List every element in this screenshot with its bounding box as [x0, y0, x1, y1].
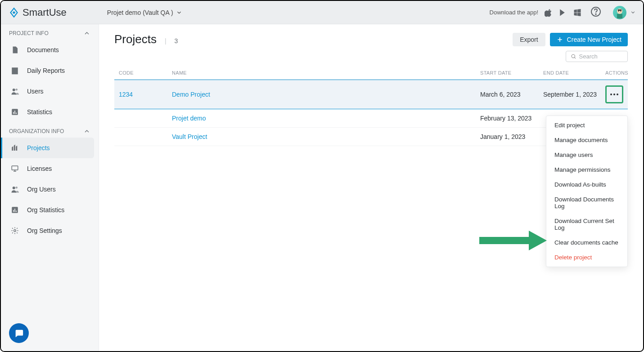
sidebar-item-org-settings[interactable]: Org Settings — [1, 220, 99, 241]
sidebar-item-daily-reports[interactable]: Daily Reports — [1, 60, 99, 81]
dropdown-clear-cache[interactable]: Clear documents cache — [546, 235, 627, 250]
sidebar-item-statistics[interactable]: Statistics — [1, 102, 99, 122]
project-switcher[interactable]: Projet demo (Vault QA ) — [107, 9, 182, 16]
chat-icon — [14, 328, 24, 338]
dropdown-manage-permissions[interactable]: Manage permissions — [546, 162, 627, 177]
sidebar-item-documents[interactable]: Documents — [1, 40, 99, 60]
svg-point-6 — [621, 11, 621, 12]
sidebar-item-label: Projects — [27, 144, 50, 151]
sidebar-item-label: Licenses — [27, 165, 52, 172]
avatar — [613, 6, 626, 19]
search-input[interactable] — [579, 53, 623, 60]
svg-rect-14 — [14, 111, 15, 114]
sidebar-item-org-statistics[interactable]: Org Statistics — [1, 200, 99, 220]
search-box[interactable] — [566, 51, 628, 62]
dropdown-manage-users[interactable]: Manage users — [546, 147, 627, 162]
dropdown-download-set-log[interactable]: Download Current Set Log — [546, 214, 627, 235]
dropdown-download-docs-log[interactable]: Download Documents Log — [546, 192, 627, 214]
svg-rect-3 — [617, 14, 622, 18]
page-title: Projects — [114, 32, 157, 46]
svg-point-11 — [16, 89, 18, 91]
svg-point-1 — [595, 13, 596, 14]
sidebar-item-label: Documents — [27, 46, 59, 53]
app-logo[interactable]: SmartUse — [8, 7, 67, 18]
users-icon — [11, 87, 19, 95]
project-switcher-label: Projet demo (Vault QA ) — [107, 9, 173, 16]
project-count: 3 — [175, 37, 178, 45]
cell-name[interactable]: Projet demo — [172, 115, 480, 122]
table-row[interactable]: 1234 Demo Project March 6, 2023 Septembe… — [114, 80, 628, 109]
sidebar-item-licenses[interactable]: Licenses — [1, 158, 99, 179]
app-name: SmartUse — [23, 7, 67, 18]
logo-icon — [8, 7, 20, 18]
svg-point-18 — [16, 187, 18, 189]
platform-icons — [545, 8, 581, 17]
chat-support-button[interactable] — [9, 323, 29, 343]
sidebar-item-label: Statistics — [27, 108, 52, 116]
row-actions-button[interactable] — [605, 85, 623, 103]
help-button[interactable] — [590, 6, 601, 19]
svg-rect-13 — [13, 112, 14, 114]
svg-point-10 — [13, 89, 15, 91]
main-content: Projects | 3 Export Create New Project C… — [99, 24, 643, 351]
sidebar-item-label: Org Statistics — [27, 206, 64, 214]
dropdown-delete-project[interactable]: Delete project — [546, 250, 627, 265]
svg-rect-21 — [14, 209, 15, 212]
chart-icon — [11, 206, 19, 214]
sidebar-item-projects[interactable]: Projects — [1, 138, 94, 158]
svg-point-23 — [14, 230, 16, 232]
chevron-up-icon — [83, 128, 90, 135]
section-label: PROJECT INFO — [9, 30, 49, 36]
svg-rect-25 — [479, 237, 529, 244]
th-code[interactable]: CODE — [114, 70, 172, 76]
cell-actions — [605, 85, 628, 103]
cell-start-date: January 1, 2023 — [480, 133, 543, 140]
sidebar-item-label: Org Settings — [27, 227, 62, 234]
windows-icon[interactable] — [573, 9, 581, 17]
annotation-arrow-icon — [479, 231, 547, 250]
google-play-icon[interactable] — [559, 8, 567, 17]
cell-name[interactable]: Vault Project — [172, 133, 480, 140]
th-actions: ACTIONS — [605, 70, 628, 76]
help-icon — [590, 6, 601, 17]
sidebar-section-organization-info[interactable]: ORGANIZATION INFO — [1, 125, 99, 138]
svg-rect-15 — [16, 113, 17, 114]
cell-start-date: February 13, 2023 — [480, 115, 543, 122]
sidebar: PROJECT INFO Documents Daily Reports Use… — [1, 24, 99, 351]
users-icon — [11, 185, 19, 193]
sidebar-item-label: Org Users — [27, 186, 56, 193]
th-name[interactable]: NAME — [172, 70, 480, 76]
monitor-icon — [11, 165, 19, 173]
create-project-button[interactable]: Create New Project — [550, 33, 628, 46]
section-label: ORGANIZATION INFO — [9, 128, 64, 134]
sidebar-item-label: Daily Reports — [27, 67, 65, 74]
th-end-date[interactable]: END DATE — [543, 70, 605, 76]
svg-point-2 — [617, 9, 622, 14]
chart-icon — [11, 108, 19, 116]
download-app-text: Download the app! — [490, 9, 538, 16]
search-icon — [571, 53, 576, 60]
export-button[interactable]: Export — [513, 33, 545, 46]
user-menu[interactable] — [613, 6, 636, 19]
sidebar-item-org-users[interactable]: Org Users — [1, 179, 99, 200]
avatar-face-icon — [613, 6, 626, 19]
cell-start-date: March 6, 2023 — [480, 91, 543, 98]
dropdown-download-asbuilts[interactable]: Download As-builts — [546, 177, 627, 192]
sidebar-item-users[interactable]: Users — [1, 81, 99, 102]
chevron-down-icon — [176, 9, 182, 16]
calendar-icon — [11, 67, 19, 75]
th-start-date[interactable]: START DATE — [480, 70, 543, 76]
gear-icon — [11, 227, 19, 235]
cell-name[interactable]: Demo Project — [172, 91, 480, 98]
dropdown-manage-documents[interactable]: Manage documents — [546, 133, 627, 147]
svg-marker-26 — [529, 231, 547, 250]
title-divider: | — [165, 37, 167, 45]
sidebar-section-project-info[interactable]: PROJECT INFO — [1, 27, 99, 40]
cell-code[interactable]: 1234 — [114, 91, 172, 98]
chevron-up-icon — [83, 30, 90, 37]
svg-point-17 — [13, 187, 15, 189]
apple-icon[interactable] — [545, 8, 553, 17]
app-header: SmartUse Projet demo (Vault QA ) Downloa… — [1, 1, 643, 24]
document-icon — [11, 46, 19, 54]
dropdown-edit-project[interactable]: Edit project — [546, 118, 627, 133]
